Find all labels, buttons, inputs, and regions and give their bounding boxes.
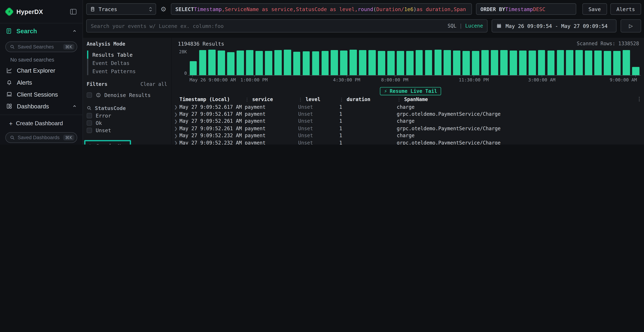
gear-icon[interactable]: ⚙ [160,5,168,13]
search-icon[interactable] [86,106,92,110]
table-row[interactable]: ❯May 27 9:09:52.261 AMpaymentUnset1charg… [172,118,644,125]
histogram-bar[interactable] [284,50,291,75]
histogram-bar[interactable] [208,50,216,75]
histogram-bar[interactable] [585,50,592,75]
histogram-bar[interactable] [387,51,395,75]
column-header-timestamp[interactable]: Timestamp (Local) [180,96,245,102]
analysis-mode-results-table[interactable]: Results Table [86,50,171,59]
source-select[interactable]: Traces [86,3,156,15]
histogram-bar[interactable] [623,50,630,75]
histogram-bar[interactable] [453,50,460,75]
create-dashboard-button[interactable]: + Create Dashboard [0,118,82,129]
histogram-bar[interactable] [425,50,432,75]
sidebar-item-dashboards[interactable]: Dashboards [0,100,82,112]
sidebar-item-client-sessions[interactable]: Client Sessions [0,88,82,100]
histogram-bar[interactable] [604,51,611,75]
analysis-mode-event-deltas[interactable]: Event Deltas [86,59,171,67]
histogram-bar[interactable] [594,50,602,75]
histogram-bar[interactable] [312,51,319,75]
histogram-bar[interactable] [613,51,620,75]
histogram-bar[interactable] [359,50,366,75]
save-button[interactable]: Save [582,3,607,15]
histogram-bar[interactable] [538,50,545,75]
filter-option-statuscode-ok[interactable]: Ok [86,119,167,127]
checkbox[interactable] [86,113,92,118]
saved-searches-input[interactable]: Saved Searches ⌘K [5,42,77,52]
sql-editor[interactable]: SELECT Timestamp, ServiceName as service… [171,3,472,15]
denoise-checkbox[interactable] [86,92,92,98]
filter-option-statuscode-unset[interactable]: Unset [86,127,167,134]
histogram-bar[interactable] [528,50,536,75]
column-drag-handle[interactable]: ⋮ [245,97,249,102]
date-range-picker[interactable]: May 26 09:09:54 - May 27 09:09:54 [492,19,616,32]
histogram-bar[interactable] [350,50,357,75]
collapse-sidebar-icon[interactable] [70,8,77,14]
column-header-duration[interactable]: ⋮duration [339,96,396,102]
filter-option-statuscode-error[interactable]: Error [86,112,167,119]
histogram-bar[interactable] [302,51,310,75]
histogram-bar[interactable] [482,50,489,75]
histogram-bar[interactable] [434,50,442,75]
histogram-bar[interactable] [378,51,385,75]
sidebar-item-alerts[interactable]: Alerts [0,76,82,88]
analysis-mode-event-patterns[interactable]: Event Patterns [86,67,171,75]
resume-live-tail-button[interactable]: ⚡ Resume Live Tail [380,87,441,95]
table-row[interactable]: ❯May 27 9:09:52.617 AMpaymentUnset1grpc.… [172,110,644,118]
histogram-bar[interactable] [500,50,508,75]
expand-row-icon[interactable]: ❯ [174,105,180,109]
histogram-bar[interactable] [322,51,329,75]
table-row[interactable]: ❯May 27 9:09:52.232 AMpaymentUnset1charg… [172,132,644,139]
order-by-editor[interactable]: ORDER BY Timestamp DESC [476,3,576,15]
clear-filter-link[interactable]: Clear [152,144,167,144]
table-row[interactable]: ❯May 27 9:09:52.617 AMpaymentUnset1charg… [172,104,644,111]
histogram-bar[interactable] [510,50,517,75]
histogram-bar[interactable] [218,50,225,75]
expand-row-icon[interactable]: ❯ [174,119,180,124]
histogram-bar[interactable] [519,50,526,75]
histogram-bar[interactable] [265,51,272,75]
alerts-button[interactable]: Alerts [610,3,641,15]
expand-row-icon[interactable]: ❯ [174,112,180,116]
expand-row-icon[interactable]: ❯ [174,134,180,138]
denoise-toggle[interactable]: Denoise Results [86,91,171,99]
histogram-bar[interactable] [557,50,564,75]
saved-dashboards-input[interactable]: Saved Dashboards ⌘K [5,132,77,143]
histogram-bar[interactable] [491,50,498,75]
histogram-bar[interactable] [293,52,300,75]
lang-toggle-lucene[interactable]: Lucene [465,23,483,29]
clear-all-link[interactable]: Clear all [140,82,167,87]
expand-row-icon[interactable]: ❯ [174,126,180,131]
histogram-bar[interactable] [632,67,639,75]
histogram-bar[interactable] [274,50,282,75]
expand-row-icon[interactable]: ❯ [174,140,180,144]
histogram-bar[interactable] [416,50,423,75]
histogram-bar[interactable] [397,51,404,75]
histogram-bar[interactable] [368,50,376,75]
column-drag-handle[interactable]: ⋮ [397,97,401,102]
table-row[interactable]: ❯May 27 9:09:52.232 AMpaymentUnset1grpc.… [172,139,644,144]
column-header-level[interactable]: ⋮level [298,96,339,102]
search-input[interactable]: Search your events w/ Lucene ex. column:… [86,19,488,32]
histogram-bar[interactable] [472,51,480,75]
live-play-button[interactable]: ▷ [620,19,641,32]
search-icon[interactable] [88,144,93,144]
checkbox[interactable] [86,120,92,126]
histogram-bar[interactable] [190,61,197,75]
column-header-spanname[interactable]: ⋮SpanName [397,96,644,102]
histogram-bar[interactable] [256,51,263,75]
histogram-bar[interactable] [444,50,451,75]
histogram-bar[interactable] [331,50,338,75]
column-drag-handle[interactable]: ⋮ [298,97,303,102]
results-histogram[interactable]: 28K 0 [176,49,641,76]
sidebar-item-chart-explorer[interactable]: Chart Explorer [0,64,82,76]
table-row[interactable]: ❯May 27 9:09:52.261 AMpaymentUnset1grpc.… [172,125,644,132]
column-header-service[interactable]: ⋮service [245,96,298,102]
histogram-bar[interactable] [462,51,470,75]
lang-toggle-sql[interactable]: SQL [448,23,456,29]
histogram-bar[interactable] [199,50,206,75]
column-drag-handle[interactable]: ⋮ [339,97,344,102]
histogram-bar[interactable] [548,50,555,75]
histogram-bar[interactable] [576,50,583,75]
checkbox[interactable] [86,128,92,133]
histogram-bar[interactable] [237,50,244,75]
